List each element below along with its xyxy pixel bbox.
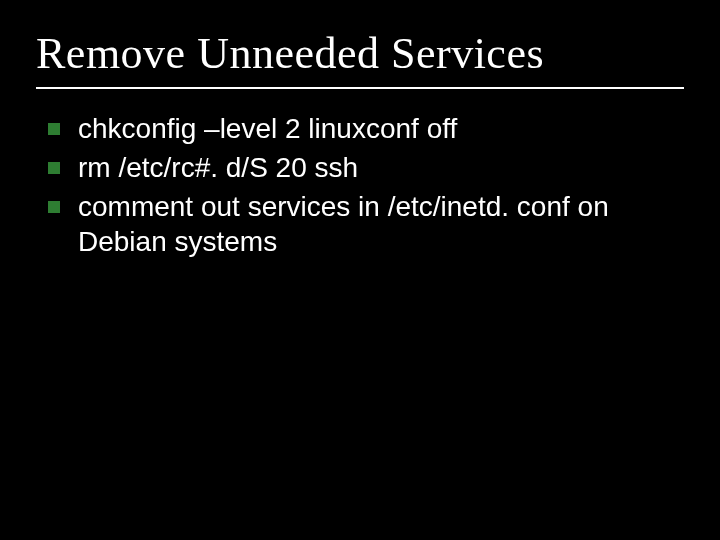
slide-title: Remove Unneeded Services: [36, 28, 684, 79]
bullet-text: rm /etc/rc#. d/S 20 ssh: [78, 152, 358, 183]
square-bullet-icon: [48, 162, 60, 174]
slide: Remove Unneeded Services chkconfig –leve…: [0, 0, 720, 540]
list-item: comment out services in /etc/inetd. conf…: [44, 189, 684, 259]
bullet-list: chkconfig –level 2 linuxconf off rm /etc…: [36, 111, 684, 259]
title-underline: [36, 87, 684, 89]
square-bullet-icon: [48, 123, 60, 135]
list-item: rm /etc/rc#. d/S 20 ssh: [44, 150, 684, 185]
bullet-text: chkconfig –level 2 linuxconf off: [78, 113, 457, 144]
bullet-text: comment out services in /etc/inetd. conf…: [78, 191, 609, 257]
square-bullet-icon: [48, 201, 60, 213]
list-item: chkconfig –level 2 linuxconf off: [44, 111, 684, 146]
